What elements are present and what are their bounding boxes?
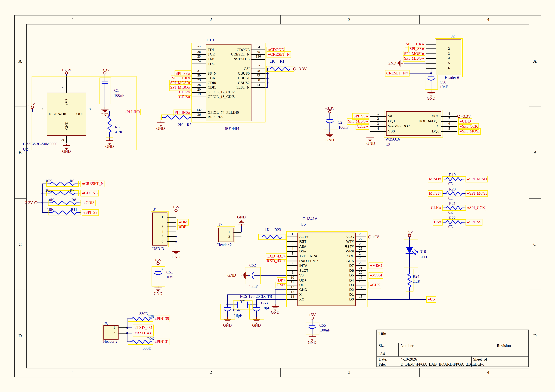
chevron-icon: « — [428, 297, 430, 302]
r25-val: 330E — [139, 312, 148, 316]
flag-dp-j1-text: DP — [181, 224, 186, 229]
selection-highlight — [245, 267, 261, 284]
flag-cdi3-u3-text: CDI3 — [462, 119, 471, 123]
flag-miso-u6: «MISO — [369, 263, 383, 269]
u6-pin-17-name: D2 — [349, 288, 354, 292]
u6-pin-14-stub — [287, 299, 298, 300]
flag-cdi2-u3-text: CDI2 — [357, 124, 366, 128]
flag-spi-miso-r19: «SPI_MISO — [466, 176, 488, 182]
u6-pin-27-number: 27 — [359, 237, 362, 241]
flag-spi-miso-u3-text: SPI_MISO — [348, 119, 365, 123]
c54-ref: C54 — [233, 308, 240, 312]
selection-highlight — [442, 205, 466, 211]
chevron-icon: » — [406, 71, 408, 76]
schematic-page: 11223344AABBCCDD 27TDI26TCK25TMS24TDO31S… — [0, 0, 555, 392]
gnd-c51: GND — [154, 292, 162, 296]
c51-plus: + — [161, 268, 163, 271]
flag-pin135-j8-text: PIN135 — [157, 316, 169, 321]
flag-dm-u6-text: DM — [277, 283, 283, 287]
u6-pin-13-number: 13 — [291, 291, 294, 294]
u6-pin-7-name: INT# — [299, 264, 307, 267]
u6-pin-13-name: XI — [299, 293, 303, 297]
j2-pin-6-stub — [426, 68, 436, 69]
u1b-pin-74-number: 74 — [256, 83, 260, 87]
pwr-5v-j1: +5V — [173, 205, 180, 209]
u1b-pin-78-name: CBUS0 — [238, 72, 250, 76]
u1b-pin-136-stub — [251, 59, 265, 60]
flag-spi-mosi-r20-text: SPI_MOSI — [469, 191, 487, 195]
j7-body — [219, 228, 234, 242]
chevron-icon: « — [154, 339, 156, 344]
chevron-icon: « — [370, 263, 372, 268]
gnd-j7: GND — [237, 215, 246, 219]
selection-highlight — [100, 78, 111, 104]
chevron-icon: » — [439, 205, 441, 210]
u1b-pin-24-name: TDO — [208, 62, 215, 66]
r21-ref: R21 — [449, 201, 456, 206]
u1b-pin-36-name: REF_RES — [208, 115, 223, 119]
flag-spi-mosi-j2-text: SPI_MOSI — [404, 51, 422, 56]
u1b-pin-24-number: 24 — [197, 60, 201, 63]
u6-pin-27-name: WT# — [346, 240, 354, 243]
flag-dp-u6-text: DP — [278, 278, 283, 282]
c52-val: 4.7nF — [249, 285, 258, 288]
u6-pin-22-number: 22 — [359, 261, 362, 265]
u6-pin-10-name: UD+ — [299, 278, 307, 282]
j2-pin-4-number: 4 — [448, 57, 450, 60]
r11-val: 10K — [47, 208, 54, 212]
u3-pin-4-stub — [370, 131, 386, 132]
u6-pin-14-name: XO — [299, 298, 305, 301]
u1b-pin-25-number: 25 — [197, 55, 201, 58]
u1b-pin-74-stub — [251, 87, 265, 88]
c55-ref: C55 — [319, 323, 326, 327]
j1-pin-6-number: 6 — [161, 240, 163, 243]
pwr-3v3-c1: +3.3V — [100, 68, 110, 72]
r7-val: 10K — [45, 188, 52, 192]
r23-ref: R23 — [274, 228, 281, 232]
chevron-icon: » — [188, 110, 190, 115]
size-label: Size — [379, 344, 386, 348]
u6-pin-22-name: D7 — [349, 264, 354, 267]
c51-val: 10uF — [166, 275, 175, 279]
u1b-pin-79-number: 79 — [256, 74, 260, 78]
flag-cs-u6-text: CS — [430, 297, 435, 301]
date-label: Date: — [379, 357, 387, 361]
j8-pin-1-number: 1 — [113, 326, 115, 329]
j2-pin-6-number: 6 — [448, 67, 450, 70]
j1-pin-2-stub — [167, 222, 176, 222]
pwr-3v3-u2-left: +3.3V — [25, 102, 35, 106]
u6-pin-5-number: 5 — [292, 252, 293, 256]
j1-pin-4-number: 4 — [161, 230, 163, 234]
j1-pin-1-number: 1 — [161, 215, 163, 219]
flag-spi-cck-u3-text: SPI_CCK — [462, 124, 478, 128]
u2-pin-num-3: 3 — [89, 108, 91, 111]
flag-pllin0-u1b-text: PLLIN0 — [175, 110, 188, 114]
number-label: Number — [401, 344, 413, 348]
flag-clk-r21: CLK» — [430, 205, 443, 211]
pwr-3v3-pullups: +3.3V — [23, 201, 33, 205]
flag-pin131-j8-text: PIN131 — [157, 339, 169, 344]
u6-pin-18-number: 18 — [359, 281, 362, 284]
flag-miso-r19-text: MISO — [429, 177, 439, 181]
flag-rxd-431-u6-text: RXD_431 — [267, 259, 283, 263]
u3-pin-6-name: C — [437, 125, 439, 128]
j2-pin-1-stub — [426, 44, 436, 45]
flag-mosi-r20-text: MOSI — [429, 191, 439, 195]
selection-highlight — [404, 239, 418, 267]
pwr-5v-u6: +5V — [372, 235, 379, 239]
u3-pin-2-stub — [370, 121, 386, 122]
u6-pin-6-number: 6 — [292, 257, 293, 260]
pwr-3v3-r1: +3.3V — [297, 67, 307, 71]
u6-pin-25-name: WR# — [346, 249, 354, 253]
r7-ref: R7 — [70, 188, 74, 192]
j2-pin-3-stub — [426, 54, 436, 54]
u6-pin-2-stub — [287, 241, 298, 242]
schematic-canvas: 11223344AABBCCDD 27TDI26TCK25TMS24TDO31S… — [0, 0, 555, 392]
chevron-icon: « — [370, 282, 372, 287]
u6-pin-15-stub — [356, 299, 366, 300]
flag-rxd-431-j8-text: RXD_431 — [137, 331, 153, 335]
u2-pin-name-gnd: GND — [65, 121, 69, 130]
flag-txd-431-j8-text: TXD_431 — [137, 325, 153, 329]
flag-spi-miso-j2-text: SPI_MISO — [404, 56, 422, 60]
chevron-icon: « — [179, 224, 181, 229]
